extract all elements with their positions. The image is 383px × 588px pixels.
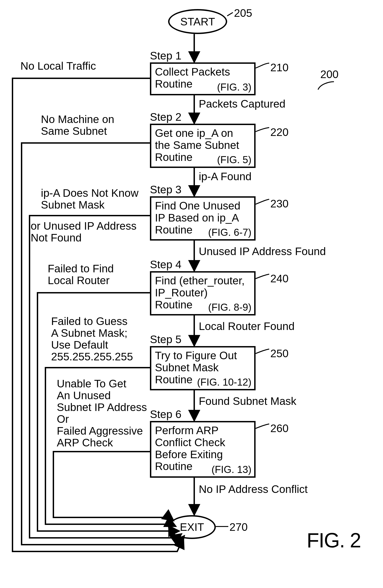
step6-caption: Step 6 xyxy=(150,408,181,420)
step5-fig: (FIG. 10-12) xyxy=(197,377,251,388)
step3-fig: (FIG. 6-7) xyxy=(208,227,251,238)
left-mask-l4: 255.255.255.255 xyxy=(51,351,133,363)
ref-270: 270 xyxy=(229,521,248,533)
left-no-machine-l2: Same Subnet xyxy=(41,125,107,137)
left-ipa-l4: Not Found xyxy=(31,232,82,244)
edge-packets-captured: Packets Captured xyxy=(199,98,286,110)
step3-line1: Find One Unused xyxy=(155,200,250,212)
left-no-local-traffic: No Local Traffic xyxy=(21,60,96,72)
ref-210: 210 xyxy=(270,61,289,74)
ref-200: 200 xyxy=(320,68,338,81)
step1-fig: (FIG. 3) xyxy=(217,82,251,93)
ref-230: 230 xyxy=(270,197,289,210)
step6-line3: Before Exiting xyxy=(155,449,250,461)
left-ipa-l1: ip-A Does Not Know xyxy=(41,187,138,199)
step4-line1: Find (ether_router, xyxy=(155,275,250,287)
step2-line2: the Same Subnet xyxy=(155,139,250,151)
step5-line1: Try to Figure Out xyxy=(155,350,250,362)
step5-box: Try to Figure Out Subnet Mask Routine (F… xyxy=(150,346,256,390)
edge-no-conflict: No IP Address Conflict xyxy=(199,483,308,495)
step2-fig: (FIG. 5) xyxy=(217,154,251,165)
edge-subnet-found: Found Subnet Mask xyxy=(199,395,296,407)
step5-caption: Step 5 xyxy=(150,334,181,346)
left-mask-l1: Failed to Guess xyxy=(51,315,127,327)
step5-line2: Subnet Mask xyxy=(155,362,250,374)
left-no-machine-l1: No Machine on xyxy=(41,113,114,126)
left-arp-l5: Failed Aggressive xyxy=(57,425,143,437)
step6-box: Perform ARP Conflict Check Before Exitin… xyxy=(150,421,256,478)
step2-caption: Step 2 xyxy=(150,111,181,123)
step4-line2: IP_Router) xyxy=(155,287,250,299)
left-ipa-l2: Subnet Mask xyxy=(41,199,105,211)
start-terminator: START xyxy=(168,9,227,34)
left-arp-l3: Subnet IP Address xyxy=(57,401,147,414)
ref-205: 205 xyxy=(234,7,252,19)
step3-box: Find One Unused IP Based on ip_A Routine… xyxy=(150,196,256,241)
exit-terminator: EXIT xyxy=(168,515,216,539)
edge-router-found: Local Router Found xyxy=(199,320,295,333)
step2-box: Get one ip_A on the Same Subnet Routine … xyxy=(150,124,256,168)
ref-250: 250 xyxy=(270,347,289,360)
figure-caption: FIG. 2 xyxy=(307,529,361,552)
left-ipa-l3: or Unused IP Address xyxy=(31,220,136,232)
step3-caption: Step 3 xyxy=(150,184,181,196)
start-label: START xyxy=(180,15,215,28)
step6-line1: Perform ARP xyxy=(155,425,250,437)
ref-220: 220 xyxy=(270,126,289,138)
left-arp-l2: An Unused xyxy=(57,390,111,402)
left-mask-l2: A Subnet Mask; xyxy=(51,327,127,339)
step1-box: Collect Packets Routine (FIG. 3) xyxy=(150,63,256,95)
ref-240: 240 xyxy=(270,272,289,285)
exit-label: EXIT xyxy=(180,521,204,533)
ref-260: 260 xyxy=(270,422,289,435)
left-router-l2: Local Router xyxy=(48,274,110,287)
left-arp-l1: Unable To Get xyxy=(57,378,126,390)
edge-unused-found: Unused IP Address Found xyxy=(199,246,326,258)
left-router-l1: Failed to Find xyxy=(48,263,114,275)
step6-fig: (FIG. 13) xyxy=(211,464,251,475)
left-mask-l3: Use Default xyxy=(51,339,108,351)
step3-line2: IP Based on ip_A xyxy=(155,212,250,224)
step4-caption: Step 4 xyxy=(150,259,181,271)
step2-line1: Get one ip_A on xyxy=(155,127,250,139)
step4-box: Find (ether_router, IP_Router) Routine (… xyxy=(150,271,256,315)
flowchart-stage: START 205 200 Step 1 Collect Packets Rou… xyxy=(0,0,383,588)
left-arp-l4: Or xyxy=(57,413,69,425)
left-arp-l6: ARP Check xyxy=(57,437,113,449)
step4-fig: (FIG. 8-9) xyxy=(208,302,251,313)
step1-caption: Step 1 xyxy=(150,50,181,62)
step6-line2: Conflict Check xyxy=(155,437,250,449)
edge-ipa-found: ip-A Found xyxy=(199,171,251,183)
step1-line1: Collect Packets xyxy=(155,66,250,78)
